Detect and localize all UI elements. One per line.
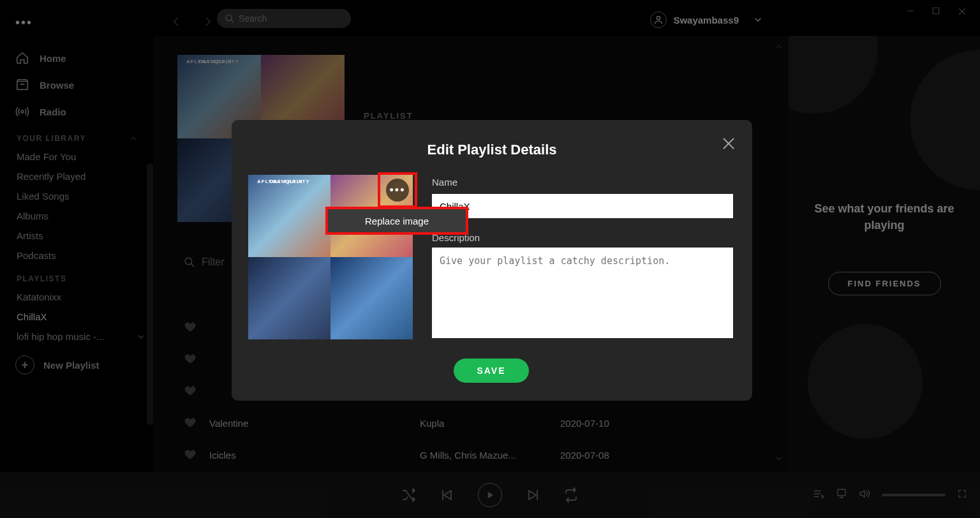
modal-close-button[interactable] bbox=[720, 135, 737, 152]
annotation-highlight-replace-image: Replace image bbox=[325, 207, 468, 235]
name-field-label: Name bbox=[432, 177, 457, 188]
modal-title: Edit Playlist Details bbox=[232, 142, 752, 158]
save-button[interactable]: SAVE bbox=[454, 359, 529, 383]
playlist-description-input[interactable] bbox=[432, 248, 733, 338]
cover-options-button[interactable]: ••• bbox=[386, 179, 409, 202]
edit-playlist-modal: Edit Playlist Details TRANQUILITY AFLOAT… bbox=[232, 120, 752, 401]
annotation-highlight-cover-options: ••• bbox=[378, 172, 417, 208]
replace-image-menu-item[interactable]: Replace image bbox=[365, 216, 429, 226]
playlist-name-input[interactable] bbox=[432, 194, 733, 218]
